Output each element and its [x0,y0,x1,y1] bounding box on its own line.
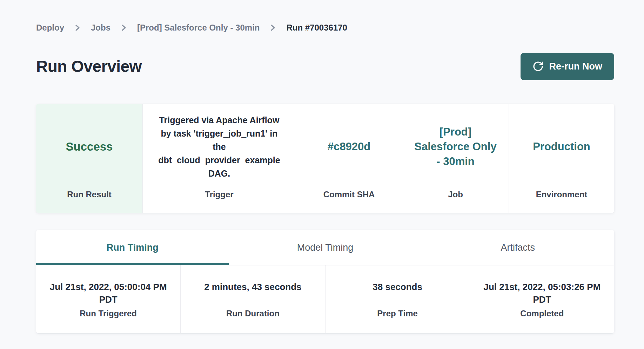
breadcrumb-item-jobs[interactable]: Jobs [91,23,110,33]
timing-tabs: Run Timing Model Timing Artifacts [36,230,614,265]
tab-model-timing[interactable]: Model Timing [229,230,421,265]
page-header: Run Overview Re-run Now [36,51,614,82]
run-summary-cards: Success Run Result Triggered via Apache … [36,104,614,213]
chevron-right-icon [75,24,80,32]
run-duration-label: Run Duration [226,309,280,318]
trigger-card: Triggered via Apache Airflow by task 'tr… [142,104,296,213]
tab-run-timing[interactable]: Run Timing [36,230,229,265]
rerun-now-button[interactable]: Re-run Now [521,53,615,80]
run-result-status: Success [66,140,113,153]
breadcrumb: Deploy Jobs [Prod] Salesforce Only - 30m… [36,22,614,34]
trigger-label: Trigger [205,190,233,199]
commit-sha-card: #c8920d Commit SHA [296,104,402,213]
timing-panel: Run Timing Model Timing Artifacts Jul 21… [36,230,614,333]
run-duration-value: 2 minutes, 43 seconds [204,281,301,306]
breadcrumb-item-deploy[interactable]: Deploy [36,23,64,33]
run-duration-cell: 2 minutes, 43 seconds Run Duration [180,265,325,333]
job-label: Job [448,190,463,199]
run-timing-grid: Jul 21st, 2022, 05:00:04 PM PDT Run Trig… [36,265,614,333]
tab-artifacts[interactable]: Artifacts [422,230,614,265]
commit-sha-label: Commit SHA [323,190,375,199]
prep-time-cell: 38 seconds Prep Time [325,265,470,333]
breadcrumb-item-run-number: Run #70036170 [286,23,347,33]
completed-label: Completed [520,309,564,318]
environment-label: Environment [536,190,588,199]
completed-value: Jul 21st, 2022, 05:03:26 PM PDT [474,281,610,306]
run-overview-page: Deploy Jobs [Prod] Salesforce Only - 30m… [0,0,644,349]
run-triggered-label: Run Triggered [80,309,137,318]
prep-time-label: Prep Time [377,309,418,318]
environment-link[interactable]: Production [524,139,599,154]
rerun-now-label: Re-run Now [549,61,603,72]
breadcrumb-item-job-name[interactable]: [Prod] Salesforce Only - 30min [137,23,260,33]
page-title: Run Overview [36,57,142,76]
completed-cell: Jul 21st, 2022, 05:03:26 PM PDT Complete… [470,265,614,333]
environment-card: Production Environment [509,104,614,213]
run-result-card: Success Run Result [36,104,142,213]
rotate-cw-icon [532,61,544,72]
job-link[interactable]: [Prod] Salesforce Only - 30min [402,125,509,169]
commit-sha-link[interactable]: #c8920d [318,139,380,154]
trigger-description: Triggered via Apache Airflow by task 'tr… [143,113,296,180]
prep-time-value: 38 seconds [373,281,422,306]
run-result-label: Run Result [67,190,112,199]
chevron-right-icon [270,24,276,32]
run-triggered-cell: Jul 21st, 2022, 05:00:04 PM PDT Run Trig… [36,265,180,333]
chevron-right-icon [121,24,127,32]
run-triggered-value: Jul 21st, 2022, 05:00:04 PM PDT [40,281,176,306]
job-card: [Prod] Salesforce Only - 30min Job [402,104,509,213]
